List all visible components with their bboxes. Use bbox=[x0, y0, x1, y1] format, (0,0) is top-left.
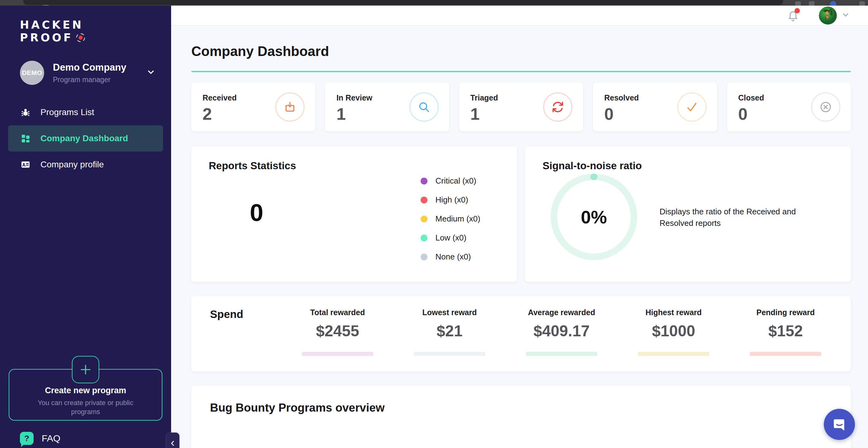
legend-item-high: High (x0) bbox=[421, 195, 480, 205]
chevron-down-icon[interactable] bbox=[841, 10, 850, 21]
plus-icon[interactable] bbox=[72, 356, 99, 383]
browser-address-bar[interactable] bbox=[23, 0, 783, 5]
legend-dot bbox=[421, 234, 428, 242]
company-role: Program manager bbox=[53, 75, 146, 84]
sidebar-item-programs-list[interactable]: Programs List bbox=[0, 99, 171, 125]
title-accent-rule bbox=[191, 71, 851, 72]
faq-link[interactable]: ? FAQ bbox=[20, 432, 171, 445]
sidebar-item-company-dashboard[interactable]: Company Dashboard bbox=[8, 125, 163, 152]
stat-card-resolved[interactable]: Resolved 0 bbox=[593, 83, 717, 131]
create-new-program-button[interactable]: Create new program You can create privat… bbox=[9, 369, 162, 421]
legend-label: Medium (x0) bbox=[436, 214, 480, 224]
spend-value: $2455 bbox=[282, 322, 394, 340]
logo-line-2: PROOF bbox=[20, 33, 73, 43]
signal-to-noise-panel: Signal-to-noise ratio 0% Displays the ra… bbox=[525, 146, 851, 282]
browser-menu-icon[interactable] bbox=[859, 1, 865, 6]
check-icon bbox=[677, 92, 707, 122]
refresh-icon bbox=[543, 92, 572, 122]
logo-target-icon bbox=[74, 30, 87, 45]
dashboard-content: Company Dashboard Received 2 In Review bbox=[171, 26, 868, 448]
bug-icon bbox=[20, 107, 31, 118]
id-card-icon bbox=[20, 159, 31, 170]
search-icon bbox=[409, 92, 439, 122]
company-switcher[interactable]: DEMO Demo Company Program manager bbox=[20, 61, 156, 85]
create-program-title: Create new program bbox=[9, 386, 162, 395]
user-avatar[interactable] bbox=[819, 6, 837, 25]
legend-label: Low (x0) bbox=[436, 233, 467, 243]
report-status-cards: Received 2 In Review 1 bbox=[191, 83, 851, 131]
spend-label: Total rewarded bbox=[282, 308, 394, 317]
bug-bounty-overview-title: Bug Bounty Programs overview bbox=[210, 401, 832, 414]
sidebar-item-label: Company profile bbox=[40, 160, 104, 169]
sidebar-item-company-profile[interactable]: Company profile bbox=[0, 152, 171, 178]
notification-badge bbox=[795, 8, 800, 13]
spend-underline-bar bbox=[526, 352, 597, 356]
stat-card-in-review[interactable]: In Review 1 bbox=[325, 83, 449, 131]
signal-to-noise-title: Signal-to-noise ratio bbox=[542, 160, 834, 172]
legend-dot bbox=[421, 197, 428, 203]
spend-underline-bar bbox=[302, 352, 373, 356]
question-bubble-icon: ? bbox=[20, 432, 34, 445]
legend-dot bbox=[421, 178, 428, 185]
spend-label: Average rewarded bbox=[505, 308, 618, 317]
signal-to-noise-description: Displays the ratio of the Received and R… bbox=[659, 206, 809, 229]
create-program-subtitle: You can create private or public program… bbox=[34, 398, 137, 416]
chat-widget-button[interactable] bbox=[824, 409, 855, 440]
spend-col-average-rewarded: Average rewarded $409.17 bbox=[505, 308, 618, 372]
logo-line-1: HACKEN bbox=[20, 20, 171, 30]
signal-to-noise-value: 0% bbox=[581, 206, 607, 227]
page-title: Company Dashboard bbox=[191, 43, 851, 59]
sidebar-collapse-button[interactable] bbox=[166, 433, 180, 448]
browser-profile-avatar[interactable] bbox=[830, 1, 836, 6]
legend-dot bbox=[421, 254, 428, 260]
company-avatar: DEMO bbox=[20, 61, 44, 85]
spend-col-highest-reward: Highest reward $1000 bbox=[618, 308, 730, 372]
reports-statistics-title: Reports Statistics bbox=[209, 160, 500, 172]
legend-label: High (x0) bbox=[436, 195, 468, 205]
sidebar: HACKEN PROOF DEMO Demo Company Program m… bbox=[0, 6, 171, 448]
sidebar-item-label: Programs List bbox=[40, 107, 94, 117]
spend-col-total-rewarded: Total rewarded $2455 bbox=[282, 308, 394, 372]
spend-underline-bar bbox=[414, 352, 485, 356]
signal-to-noise-gauge: 0% bbox=[551, 173, 637, 260]
reports-total-value: 0 bbox=[250, 198, 263, 227]
stat-card-triaged[interactable]: Triaged 1 bbox=[459, 83, 583, 131]
spend-panel: Spend Total rewarded $2455 Lowest reward… bbox=[191, 296, 851, 372]
chat-bubble-icon bbox=[831, 416, 847, 433]
hackenproof-logo[interactable]: HACKEN PROOF bbox=[20, 20, 171, 45]
stat-card-received[interactable]: Received 2 bbox=[191, 83, 315, 131]
legend-item-medium: Medium (x0) bbox=[421, 214, 480, 224]
browser-toolbar-icon[interactable] bbox=[795, 1, 801, 6]
severity-legend: Critical (x0) High (x0) Medium (x0) bbox=[421, 176, 480, 262]
main-area: Company Dashboard Received 2 In Review bbox=[171, 6, 868, 448]
browser-chrome-strip bbox=[0, 0, 868, 6]
spend-title: Spend bbox=[210, 308, 282, 372]
spend-label: Highest reward bbox=[618, 308, 730, 317]
reports-statistics-panel: Reports Statistics 0 Critical (x0) High … bbox=[191, 146, 517, 282]
spend-label: Lowest reward bbox=[394, 308, 505, 317]
legend-item-none: None (x0) bbox=[421, 252, 480, 262]
spend-col-lowest-reward: Lowest reward $21 bbox=[394, 308, 505, 372]
browser-extensions-menu-icon[interactable] bbox=[809, 1, 814, 6]
spend-underline-bar bbox=[638, 352, 709, 356]
notification-bell-icon[interactable] bbox=[786, 8, 800, 23]
sidebar-item-label: Company Dashboard bbox=[40, 133, 128, 143]
spend-underline-bar bbox=[750, 352, 822, 356]
legend-label: Critical (x0) bbox=[436, 176, 476, 186]
spend-value: $152 bbox=[730, 322, 842, 340]
spend-label: Pending reward bbox=[730, 308, 842, 317]
chevron-left-icon bbox=[169, 440, 176, 447]
spend-value: $21 bbox=[394, 322, 505, 340]
legend-label: None (x0) bbox=[436, 252, 471, 262]
statistics-panels: Reports Statistics 0 Critical (x0) High … bbox=[191, 146, 851, 282]
faq-label: FAQ bbox=[42, 433, 60, 444]
legend-item-low: Low (x0) bbox=[421, 233, 480, 243]
question-glyph: ? bbox=[24, 434, 29, 443]
spend-value: $409.17 bbox=[505, 322, 618, 340]
spend-col-pending-reward: Pending reward $152 bbox=[730, 308, 842, 372]
sidebar-nav: Programs List Company Dashboard bbox=[0, 99, 171, 178]
stat-card-closed[interactable]: Closed 0 bbox=[727, 83, 851, 131]
chevron-down-icon bbox=[146, 67, 156, 78]
legend-dot bbox=[421, 216, 428, 222]
inbox-in-icon bbox=[275, 92, 305, 122]
